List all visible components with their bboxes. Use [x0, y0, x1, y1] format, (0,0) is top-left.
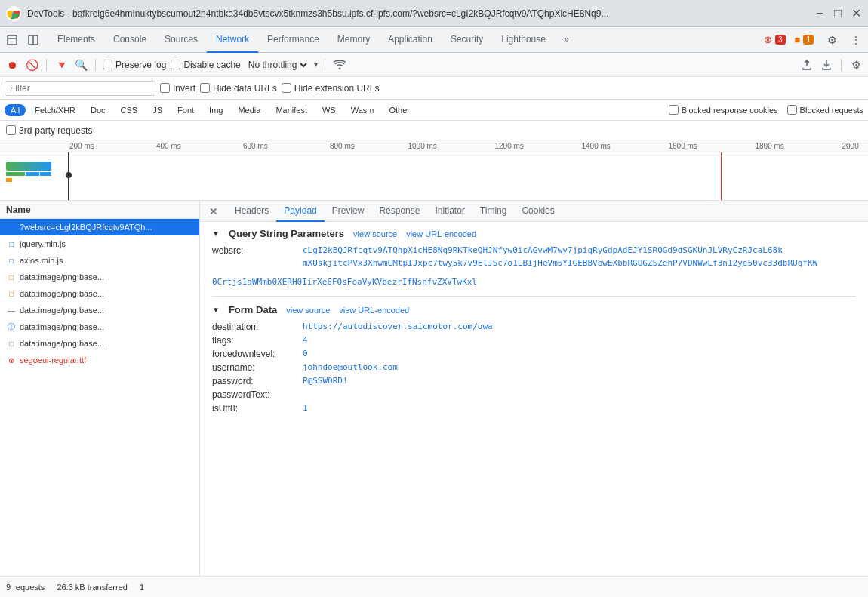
tab-memory[interactable]: Memory: [328, 27, 379, 53]
detail-close-button[interactable]: ✕: [206, 204, 221, 219]
data-transferred: 26.3 kB transferred: [57, 583, 128, 592]
list-item[interactable]: ⓘ data:image/png;base...: [0, 319, 199, 335]
type-filter-media[interactable]: Media: [232, 104, 266, 116]
form-field-destination: destination: https://autodiscover.saicmo…: [212, 320, 856, 334]
list-item[interactable]: □ jquery.min.js: [0, 235, 199, 252]
filter-toggle-button[interactable]: 🔻: [54, 57, 69, 72]
type-filter-img[interactable]: Img: [203, 104, 229, 116]
form-value-password: P@SSW0RD!: [303, 376, 348, 386]
hide-ext-urls-input[interactable]: [282, 83, 291, 93]
blocked-response-cookies-checkbox[interactable]: Blocked response cookies: [669, 105, 778, 115]
wifi-icon[interactable]: [332, 57, 347, 72]
devtools-dock-icon[interactable]: [3, 31, 21, 49]
invert-input[interactable]: [160, 83, 170, 93]
tab-performance[interactable]: Performance: [258, 27, 328, 53]
devtools-settings-icon[interactable]: ⚙: [823, 31, 841, 49]
timeline[interactable]: 200 ms 400 ms 600 ms 800 ms 1000 ms 1200…: [0, 140, 868, 201]
type-filter-ws[interactable]: WS: [316, 104, 342, 116]
list-item[interactable]: — data:image/png;base...: [0, 302, 199, 319]
ruler-mark-1600: 1600 ms: [669, 142, 697, 150]
third-party-checkbox[interactable]: 3rd-party requests: [6, 125, 92, 136]
tab-more[interactable]: »: [555, 27, 578, 53]
tab-response[interactable]: Response: [371, 201, 427, 222]
blocked-response-cookies-input[interactable]: [669, 105, 679, 115]
query-view-source-link[interactable]: view source: [353, 229, 397, 238]
upload-icon[interactable]: [799, 57, 814, 72]
tab-preview[interactable]: Preview: [325, 201, 372, 222]
type-filter-css[interactable]: CSS: [115, 104, 144, 116]
list-item[interactable]: □ axios.min.js: [0, 252, 199, 269]
tab-lighthouse[interactable]: Lighthouse: [492, 27, 555, 53]
info-icon: ⓘ: [6, 322, 17, 332]
tab-sources[interactable]: Sources: [155, 27, 207, 53]
query-param-key: websrc:: [212, 245, 303, 256]
search-button[interactable]: 🔍: [73, 57, 88, 72]
toolbar-divider-2: [95, 59, 96, 71]
img-icon-2: □: [6, 288, 17, 299]
tab-console[interactable]: Console: [104, 27, 155, 53]
error-icon: ⊗: [6, 355, 17, 365]
js-icon: □: [6, 238, 17, 249]
status-extra: 1: [140, 583, 144, 592]
img-icon: □: [6, 272, 17, 282]
tab-network[interactable]: Network: [207, 27, 258, 53]
third-party-input[interactable]: [6, 125, 16, 135]
record-button[interactable]: ⏺: [5, 57, 20, 72]
minimize-button[interactable]: −: [814, 8, 826, 20]
close-button[interactable]: ✕: [850, 8, 862, 20]
preserve-log-input[interactable]: [103, 60, 112, 69]
type-filter-other[interactable]: Other: [383, 104, 416, 116]
type-filter-fetchxhr[interactable]: Fetch/XHR: [29, 104, 82, 116]
timeline-item-3: [40, 172, 51, 176]
blocked-requests-checkbox[interactable]: Blocked requests: [787, 105, 863, 115]
tab-security[interactable]: Security: [442, 27, 492, 53]
form-view-url-encoded-link[interactable]: view URL-encoded: [339, 306, 409, 315]
list-item[interactable]: □ ?websrc=cLgI2kBQJRfcqtv9ATQh...: [0, 219, 199, 235]
hide-data-urls-input[interactable]: [200, 83, 210, 93]
hide-data-urls-checkbox[interactable]: Hide data URLs: [200, 83, 277, 94]
type-filter-js[interactable]: JS: [146, 104, 168, 116]
query-expand-arrow[interactable]: ▼: [212, 229, 220, 238]
form-expand-arrow[interactable]: ▼: [212, 306, 220, 314]
filter-input[interactable]: [5, 81, 155, 96]
query-view-url-encoded-link[interactable]: view URL-encoded: [406, 229, 476, 238]
network-toolbar: ⏺ 🚫 🔻 🔍 Preserve log Disable cache No th…: [0, 53, 868, 77]
ruler-mark-2000: 2000: [842, 142, 859, 150]
form-view-source-link[interactable]: view source: [286, 306, 330, 315]
type-filter-wasm[interactable]: Wasm: [345, 104, 380, 116]
network-settings-icon[interactable]: ⚙: [848, 57, 863, 72]
type-filter-font[interactable]: Font: [171, 104, 200, 116]
disable-cache-input[interactable]: [171, 60, 180, 69]
list-item[interactable]: □ data:image/png;base...: [0, 285, 199, 302]
maximize-button[interactable]: □: [832, 8, 844, 20]
throttle-select[interactable]: No throttling: [245, 59, 309, 71]
tab-headers[interactable]: Headers: [227, 201, 276, 222]
list-item[interactable]: □ data:image/png;base...: [0, 335, 199, 352]
tab-elements[interactable]: Elements: [48, 27, 104, 53]
type-filter-manifest[interactable]: Manifest: [269, 104, 313, 116]
warn-badge: ■ 1: [795, 34, 814, 45]
tab-timing[interactable]: Timing: [472, 201, 515, 222]
type-filter-all[interactable]: All: [5, 104, 26, 116]
list-item[interactable]: □ data:image/png;base...: [0, 269, 199, 285]
invert-checkbox[interactable]: Invert: [160, 83, 195, 94]
tab-application[interactable]: Application: [379, 27, 442, 53]
tab-payload[interactable]: Payload: [276, 201, 324, 222]
devtools-panel-icon[interactable]: [24, 31, 42, 49]
warn-count: 1: [803, 35, 814, 45]
disable-cache-checkbox[interactable]: Disable cache: [171, 60, 240, 70]
window-controls: − □ ✕: [814, 8, 862, 20]
list-item[interactable]: ⊗ segoeui-regular.ttf: [0, 352, 199, 368]
tab-title: DevTools - bafkreig6e4hmInuktybscumout2n…: [27, 8, 808, 19]
tab-cookies[interactable]: Cookies: [514, 201, 562, 222]
file-list-header: Name: [0, 201, 199, 219]
clear-button[interactable]: 🚫: [24, 57, 39, 72]
download-icon[interactable]: [819, 57, 834, 72]
type-filter-doc[interactable]: Doc: [85, 104, 112, 116]
hide-ext-urls-checkbox[interactable]: Hide extension URLs: [282, 83, 380, 94]
preserve-log-checkbox[interactable]: Preserve log: [103, 60, 166, 70]
devtools-menu-icon[interactable]: ⋮: [847, 31, 865, 49]
blocked-requests-input[interactable]: [787, 105, 797, 115]
form-field-passwordtext: passwordText:: [212, 388, 856, 402]
tab-initiator[interactable]: Initiator: [427, 201, 472, 222]
